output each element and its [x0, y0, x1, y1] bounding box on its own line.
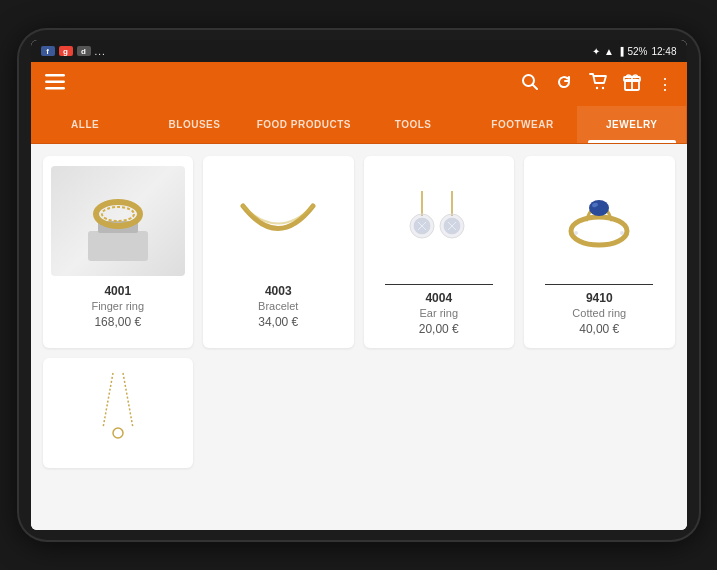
battery-level: 52%	[627, 46, 647, 57]
product-image-4001	[51, 166, 186, 276]
tab-blouses[interactable]: BLOUSES	[140, 106, 249, 143]
svg-point-5	[595, 87, 597, 89]
tab-tools[interactable]: TOOLS	[358, 106, 467, 143]
signal-icon: ▐	[618, 47, 624, 56]
product-name-4004: Ear ring	[419, 307, 458, 319]
product-image-4004	[372, 166, 507, 276]
product-divider-4004	[385, 284, 493, 285]
svg-rect-2	[45, 87, 65, 90]
tab-food-products[interactable]: FOOD PRODUCTS	[249, 106, 358, 143]
product-card-4001[interactable]: 4001 Finger ring 168,00 €	[43, 156, 194, 348]
status-bar-right: ✦ ▲ ▐ 52% 12:48	[592, 46, 677, 57]
product-id-4001: 4001	[104, 284, 131, 298]
tablet-frame: f g d ... ✦ ▲ ▐ 52% 12:48	[19, 30, 699, 540]
svg-rect-0	[45, 74, 65, 77]
product-price-9410: 40,00 €	[579, 322, 619, 336]
svg-line-30	[123, 373, 133, 428]
product-divider-9410	[545, 284, 653, 285]
product-card-9410[interactable]: 9410 Cotted ring 40,00 €	[524, 156, 675, 348]
products-grid: 4001 Finger ring 168,00 € 4003 Bracelet	[43, 156, 675, 348]
product-id-4003: 4003	[265, 284, 292, 298]
status-bar: f g d ... ✦ ▲ ▐ 52% 12:48	[31, 40, 687, 62]
svg-point-25	[589, 200, 609, 216]
cart-icon[interactable]	[589, 73, 607, 95]
main-content: 4001 Finger ring 168,00 € 4003 Bracelet	[31, 144, 687, 530]
product-image-4003	[211, 166, 346, 276]
svg-point-28	[620, 231, 624, 235]
svg-point-6	[601, 87, 603, 89]
status-icon-d: d	[77, 46, 91, 56]
svg-point-13	[102, 207, 134, 221]
svg-point-24	[571, 217, 627, 245]
product-name-4003: Bracelet	[258, 300, 298, 312]
svg-rect-1	[45, 80, 65, 83]
nav-icons: ⋮	[521, 73, 673, 95]
bottom-row	[43, 358, 675, 468]
bluetooth-icon: ✦	[592, 46, 600, 57]
product-id-9410: 9410	[586, 291, 613, 305]
product-price-4003: 34,00 €	[258, 315, 298, 329]
hamburger-icon[interactable]	[45, 74, 65, 95]
clock: 12:48	[651, 46, 676, 57]
more-icon[interactable]: ⋮	[657, 75, 673, 94]
status-bar-left: f g d ...	[41, 46, 106, 57]
product-card-4004[interactable]: 4004 Ear ring 20,00 €	[364, 156, 515, 348]
svg-point-31	[113, 428, 123, 438]
top-nav: ⋮	[31, 62, 687, 106]
tablet-screen: f g d ... ✦ ▲ ▐ 52% 12:48	[31, 40, 687, 530]
status-icon-g: g	[59, 46, 73, 56]
product-card-4003[interactable]: 4003 Bracelet 34,00 €	[203, 156, 354, 348]
tab-alle[interactable]: ALLE	[31, 106, 140, 143]
svg-rect-10	[88, 231, 148, 261]
svg-line-4	[532, 85, 537, 90]
product-card-necklace[interactable]	[43, 358, 194, 468]
product-name-4001: Finger ring	[91, 300, 144, 312]
product-price-4001: 168,00 €	[94, 315, 141, 329]
tab-footwear[interactable]: FOOTWEAR	[468, 106, 577, 143]
status-icon-fb: f	[41, 46, 55, 56]
svg-point-27	[574, 231, 578, 235]
product-price-4004: 20,00 €	[419, 322, 459, 336]
product-name-9410: Cotted ring	[572, 307, 626, 319]
svg-line-29	[103, 373, 113, 428]
category-tabs: ALLE BLOUSES FOOD PRODUCTS TOOLS FOOTWEA…	[31, 106, 687, 144]
gift-icon[interactable]	[623, 73, 641, 95]
status-dots: ...	[95, 46, 106, 57]
product-image-9410	[532, 166, 667, 276]
search-icon[interactable]	[521, 73, 539, 95]
product-image-necklace	[51, 368, 186, 448]
refresh-icon[interactable]	[555, 73, 573, 95]
wifi-icon: ▲	[604, 46, 614, 57]
tab-jewelry[interactable]: JEWELRY	[577, 106, 686, 143]
product-id-4004: 4004	[425, 291, 452, 305]
